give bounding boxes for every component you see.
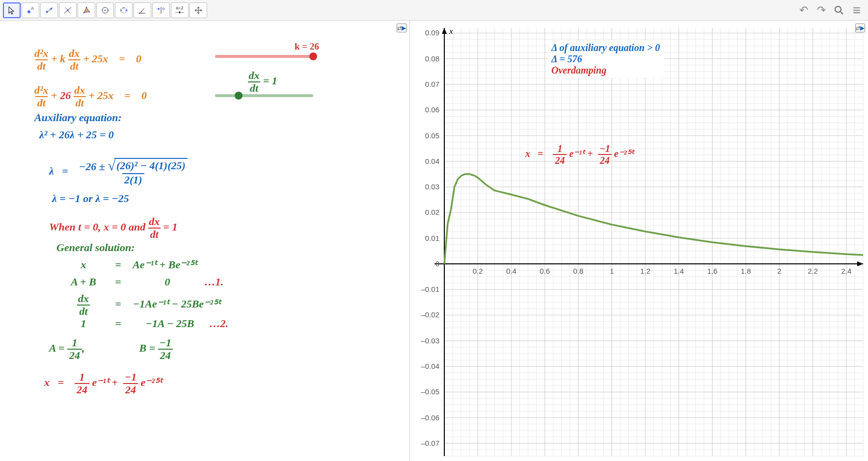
svg-point-9: [86, 6, 87, 8]
svg-text:1: 1: [610, 267, 614, 275]
algebra-panel[interactable]: ⇄▶ d²xdt + k dxdt + 25x = 0 k = 26 dxdt …: [0, 21, 410, 461]
tool-conic[interactable]: [115, 2, 133, 18]
svg-point-15: [121, 9, 122, 11]
slider-k[interactable]: [215, 55, 313, 58]
tool-point[interactable]: A: [22, 2, 39, 18]
svg-text:0.04: 0.04: [425, 157, 439, 165]
menu-button[interactable]: ≡: [849, 3, 864, 18]
svg-text:1.6: 1.6: [707, 267, 717, 275]
tool-move-view[interactable]: [190, 2, 207, 18]
tool-reflect[interactable]: [152, 2, 170, 18]
tool-circle[interactable]: [96, 2, 114, 18]
svg-text:–0.05: –0.05: [421, 387, 439, 396]
lambda-quadratic: λ = −26 ± √(26)² − 4(1)(25) 2(1): [49, 158, 188, 186]
search-icon[interactable]: [832, 3, 846, 18]
svg-point-0: [27, 10, 30, 13]
svg-text:A: A: [31, 6, 34, 11]
tool-move[interactable]: [3, 2, 21, 18]
svg-point-21: [163, 8, 164, 10]
svg-point-18: [139, 12, 140, 14]
gensol-row1: x = Ae⁻¹ᵗ + Be⁻²⁵ᵗ: [64, 258, 197, 271]
svg-text:0.8: 0.8: [573, 267, 584, 275]
svg-text:0: 0: [435, 259, 439, 268]
equation-ode-k: d²xdt + k dxdt + 25x = 0: [34, 48, 141, 72]
svg-point-13: [108, 9, 109, 11]
svg-text:0.09: 0.09: [425, 28, 439, 37]
svg-text:–0.03: –0.03: [421, 336, 439, 345]
delta-line3: Overdamping: [551, 65, 660, 76]
discriminant-box: Δ of auxiliary equation > 0 Δ = 576 Over…: [547, 40, 664, 78]
svg-text:0.01: 0.01: [425, 234, 439, 242]
svg-point-4: [50, 8, 52, 10]
tool-angle[interactable]: [134, 2, 151, 18]
svg-point-10: [89, 11, 90, 12]
svg-text:1.4: 1.4: [674, 267, 684, 275]
tool-line[interactable]: [40, 2, 58, 18]
equation-ode-26: d²xdt + 26 dxdt + 25x = 0: [34, 84, 147, 109]
slider-k-label: k = 26: [295, 41, 319, 52]
auxiliary-title: Auxiliary equation:: [34, 111, 122, 124]
lambda-roots: λ = −1 or λ = −25: [52, 192, 129, 205]
svg-point-7: [67, 9, 69, 11]
redo-button[interactable]: ↷: [814, 3, 829, 18]
tool-polygon[interactable]: [78, 2, 95, 18]
main-area: ⇄▶ d²xdt + k dxdt + 25x = 0 k = 26 dxdt …: [0, 21, 868, 461]
gensol-row2: A + B = 0 …1.: [64, 276, 223, 288]
gensol-row3: dxdt = −1Ae⁻¹ᵗ − 25Be⁻²⁵ᵗ: [64, 293, 220, 317]
gensol-row4: 1 = −1A − 25B …2.: [64, 317, 228, 330]
svg-point-22: [835, 6, 841, 12]
svg-text:0.2: 0.2: [473, 267, 483, 275]
svg-text:2.2: 2.2: [808, 267, 818, 275]
svg-point-8: [83, 12, 85, 13]
svg-text:0.02: 0.02: [425, 208, 439, 216]
slider-dxdt-label: dxdt = 1: [248, 70, 277, 94]
graphics-panel[interactable]: ⇄▶ 0.20.40.60.811.21.41.61.822.22.40.090…: [410, 21, 868, 461]
svg-text:0.4: 0.4: [506, 267, 516, 275]
svg-text:–0.04: –0.04: [421, 362, 439, 370]
svg-text:x: x: [449, 26, 453, 36]
svg-text:0.03: 0.03: [425, 182, 439, 191]
svg-point-20: [158, 8, 160, 10]
initial-conditions: When t = 0, x = 0 and dxdt = 1: [49, 216, 177, 240]
slider-dxdt[interactable]: [215, 94, 313, 97]
general-solution-title: General solution:: [56, 241, 135, 254]
svg-text:–0.07: –0.07: [421, 439, 439, 447]
svg-text:0.08: 0.08: [425, 54, 439, 63]
svg-text:–0.01: –0.01: [421, 285, 439, 293]
svg-text:0.6: 0.6: [540, 267, 550, 275]
svg-point-17: [123, 7, 125, 8]
svg-text:–0.06: –0.06: [421, 413, 439, 422]
chart: 0.20.40.60.811.21.41.61.822.22.40.090.08…: [410, 21, 868, 461]
svg-text:0.06: 0.06: [425, 105, 439, 114]
svg-text:0.05: 0.05: [425, 131, 439, 140]
delta-line1: Δ of auxiliary equation > 0: [551, 42, 660, 53]
curve-label: x = 124 e⁻¹ᵗ + −124 e⁻²⁵ᵗ: [525, 143, 634, 166]
undo-button[interactable]: ↶: [796, 3, 811, 18]
auxiliary-eq: λ² + 26λ + 25 = 0: [39, 128, 114, 141]
svg-point-16: [126, 9, 127, 11]
svg-text:1.2: 1.2: [640, 267, 651, 275]
svg-text:2.4: 2.4: [841, 267, 851, 275]
svg-text:1.8: 1.8: [741, 267, 751, 275]
delta-line2: Δ = 576: [551, 53, 660, 65]
svg-line-23: [841, 12, 843, 14]
tool-perpendicular[interactable]: [59, 2, 77, 18]
tool-slider[interactable]: a=2─●─: [171, 2, 189, 18]
panel-toggle-left[interactable]: ⇄▶: [397, 24, 407, 32]
toolbar: A a=2─●─ ↶ ↷ ≡: [0, 0, 868, 21]
particular-solution: x = 124 e⁻¹ᵗ + −124 e⁻²⁵ᵗ: [44, 371, 162, 396]
panel-toggle-right[interactable]: ⇄▶: [855, 24, 865, 32]
gensol-row5: A = 124, B = −124: [49, 337, 173, 361]
svg-text:0.07: 0.07: [425, 80, 439, 88]
svg-point-3: [46, 11, 48, 13]
svg-point-12: [105, 9, 106, 11]
svg-text:–0.02: –0.02: [421, 310, 439, 319]
svg-text:2: 2: [777, 267, 781, 275]
